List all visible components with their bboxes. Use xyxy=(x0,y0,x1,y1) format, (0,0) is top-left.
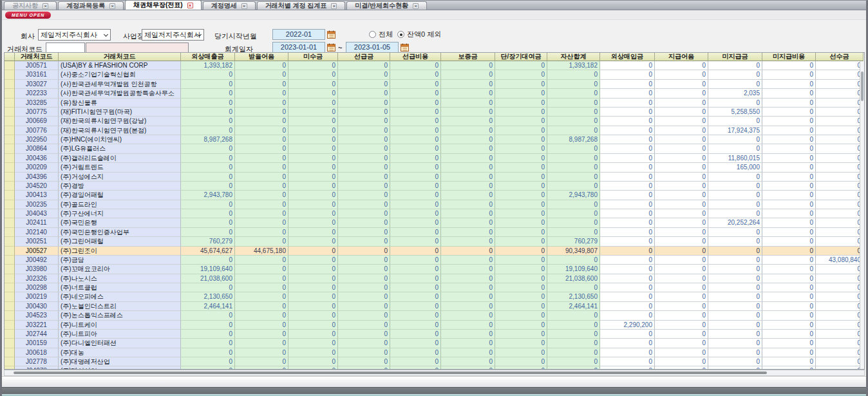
row-indicator[interactable] xyxy=(5,265,15,274)
table-row[interactable]: J04396(주)거성에스지0000000000000 xyxy=(5,173,864,182)
table-row[interactable]: J02950(주)HNC(에이치앤씨)8,987,2680000008,987,… xyxy=(5,135,864,144)
row-indicator[interactable] xyxy=(5,302,15,311)
scope-radio-all[interactable]: 전체 xyxy=(369,30,393,39)
table-row[interactable]: J00436(주)갤러리드슬레이000000000011,860,01500 xyxy=(5,154,864,163)
row-indicator[interactable] xyxy=(5,209,15,218)
row-indicator[interactable] xyxy=(5,311,15,320)
table-row[interactable]: J03161(사)중소기업기술혁신협회0000000000000 xyxy=(5,70,864,79)
table-row[interactable]: J00618(주)대농0000000000000 xyxy=(5,348,864,357)
row-indicator[interactable] xyxy=(5,89,15,98)
calendar-icon[interactable] xyxy=(327,43,335,52)
row-indicator[interactable] xyxy=(5,237,15,246)
row-indicator[interactable] xyxy=(5,191,15,200)
table-row[interactable]: J03285(유)창신물류0000000000000 xyxy=(5,99,864,108)
tab-account-detail[interactable]: 계정명세× xyxy=(203,1,256,10)
table-row[interactable]: J00527(주)그린조이45,674,62744,675,1800000090… xyxy=(5,247,864,256)
row-indicator[interactable] xyxy=(5,108,15,117)
row-indicator[interactable] xyxy=(5,330,15,339)
horizontal-scrollbar[interactable] xyxy=(4,370,865,376)
tab-open-settlement-status[interactable]: 미결/반제회수현황× xyxy=(346,1,427,10)
table-row[interactable]: J04523(주)논스톱익스프레스0000000000000 xyxy=(5,311,864,320)
date-from-input[interactable]: 2023-01-01 xyxy=(272,42,325,53)
table-row[interactable]: J02778(주)대명레저산업0000000000000 xyxy=(5,357,864,366)
column-header[interactable]: 자산합계 xyxy=(547,53,600,61)
row-indicator[interactable] xyxy=(5,357,15,366)
table-row[interactable]: J03980(주)꼬매요코리아19,109,64000000019,109,64… xyxy=(5,265,864,274)
column-header[interactable]: 받을어음 xyxy=(235,53,288,61)
table-row[interactable]: J02744(주)니트피아0000000000000 xyxy=(5,330,864,339)
date-to-input[interactable]: 2023-01-05 xyxy=(346,42,399,53)
table-row[interactable]: J03027(사)한국관세무역개발원 인천공항0000000000000 xyxy=(5,80,864,89)
row-indicator[interactable] xyxy=(5,135,15,144)
table-row[interactable]: J00235(주)골드라인0000000000000 xyxy=(5,200,864,209)
row-indicator[interactable] xyxy=(5,144,15,153)
close-icon[interactable]: × xyxy=(109,3,115,9)
close-icon[interactable]: × xyxy=(187,3,193,8)
tab-vendor-account-summary[interactable]: 거래처별 계정 집계표× xyxy=(257,1,346,10)
column-header[interactable]: 지급어음 xyxy=(655,53,708,61)
table-row[interactable]: J02140(주)국민은행인증사업부0000000000000 xyxy=(5,228,864,237)
column-header[interactable]: 미지급금 xyxy=(708,53,762,61)
column-header[interactable]: 미수금 xyxy=(288,53,338,61)
row-indicator[interactable] xyxy=(5,182,15,191)
table-row[interactable]: J02233(사)한국관세무역개발원공항특송사무소00000000002,035… xyxy=(5,89,864,98)
scope-radio-exclude-zero[interactable]: 잔액0 제외 xyxy=(397,30,441,39)
column-header[interactable]: 선급비용 xyxy=(390,53,441,61)
row-indicator[interactable] xyxy=(5,126,15,135)
row-indicator[interactable] xyxy=(5,256,15,265)
period-start-input[interactable]: 2022-01 xyxy=(272,29,325,40)
table-row[interactable]: J00219(주)네오피에스2,130,6500000002,130,65000… xyxy=(5,292,864,301)
table-row[interactable]: J00159(주)다니엘인터패션0000000000000 xyxy=(5,339,864,348)
column-header[interactable]: 단/장기대여금 xyxy=(495,53,547,61)
table-row[interactable]: J00251(주)그린어패럴760,279000000760,27900000 xyxy=(5,237,864,246)
table-row[interactable]: J00775(재)FITI시험연구원(마곡)00000000005,258,55… xyxy=(5,108,864,117)
close-icon[interactable]: × xyxy=(241,3,247,9)
close-icon[interactable]: × xyxy=(331,3,337,9)
company-select[interactable]: 제일저지주식회사 xyxy=(38,29,111,41)
table-row[interactable]: J00669(재)한국의류시험연구원(강남)0000000000000 xyxy=(5,117,864,126)
table-row[interactable]: J00209(주)거림트렌드0000000000165,00000 xyxy=(5,163,864,172)
row-indicator[interactable] xyxy=(5,283,15,292)
tab-account-registration[interactable]: 계정과목등록× xyxy=(58,1,124,10)
row-indicator[interactable] xyxy=(5,80,15,89)
row-indicator[interactable] xyxy=(5,218,15,227)
row-indicator[interactable] xyxy=(5,61,15,70)
column-header[interactable]: 보증금 xyxy=(441,53,495,61)
column-header[interactable]: 외상매출금 xyxy=(181,53,235,61)
table-row[interactable]: J00776(재)한국의류시험연구원(본점)000000000017,924,3… xyxy=(5,126,864,135)
column-header[interactable]: 선급금 xyxy=(338,53,390,61)
table-row[interactable]: J00571(USA)BY & HFASHION CORP1,393,18200… xyxy=(5,61,864,70)
menu-open-button[interactable]: MENU OPEN xyxy=(5,12,51,19)
table-row[interactable]: J02411(주)국민은행000000000020,252,26400 xyxy=(5,218,864,227)
row-indicator[interactable] xyxy=(5,70,15,79)
calendar-icon[interactable] xyxy=(327,30,335,39)
row-indicator[interactable] xyxy=(5,117,15,126)
row-indicator[interactable] xyxy=(5,228,15,237)
table-row[interactable]: J00430(주)노블인더스트리2,464,1410000002,464,141… xyxy=(5,302,864,311)
row-indicator[interactable] xyxy=(5,99,15,108)
row-indicator[interactable] xyxy=(5,154,15,163)
horizontal-scrollbar-thumb[interactable] xyxy=(14,372,767,374)
table-row[interactable]: J00413(주)경일어패럴2,943,7800000002,943,78000… xyxy=(5,191,864,200)
row-indicator[interactable] xyxy=(5,348,15,357)
site-select[interactable]: 제일저지주식회사 xyxy=(142,29,204,41)
row-indicator[interactable] xyxy=(5,173,15,182)
column-header[interactable]: 미지급비용 xyxy=(762,53,816,61)
tab-receivables-payables-ledger[interactable]: 채권채무장(전표)× xyxy=(125,0,202,10)
column-header[interactable]: 거래처코드 xyxy=(59,53,181,61)
row-indicator[interactable] xyxy=(5,163,15,172)
row-indicator[interactable] xyxy=(5,339,15,348)
column-header[interactable]: 거래처코드 xyxy=(15,53,59,61)
vertical-scrollbar-thumb[interactable] xyxy=(861,71,863,101)
close-icon[interactable]: × xyxy=(42,3,48,9)
table-row[interactable]: J02326(주)나노시스21,038,60000000021,038,6000… xyxy=(5,274,864,283)
table-row[interactable]: J00864(주)LG유플러스0000000000000 xyxy=(5,144,864,153)
tab-notice[interactable]: 공지사항× xyxy=(4,1,57,10)
row-indicator[interactable] xyxy=(5,274,15,283)
row-indicator[interactable] xyxy=(5,292,15,301)
column-header[interactable]: 선수금 xyxy=(816,53,863,61)
vertical-scrollbar[interactable] xyxy=(860,61,864,369)
row-indicator[interactable] xyxy=(5,247,15,256)
table-row[interactable]: J04043(주)구산에너지0000000000000 xyxy=(5,209,864,218)
close-icon[interactable]: × xyxy=(413,3,419,9)
